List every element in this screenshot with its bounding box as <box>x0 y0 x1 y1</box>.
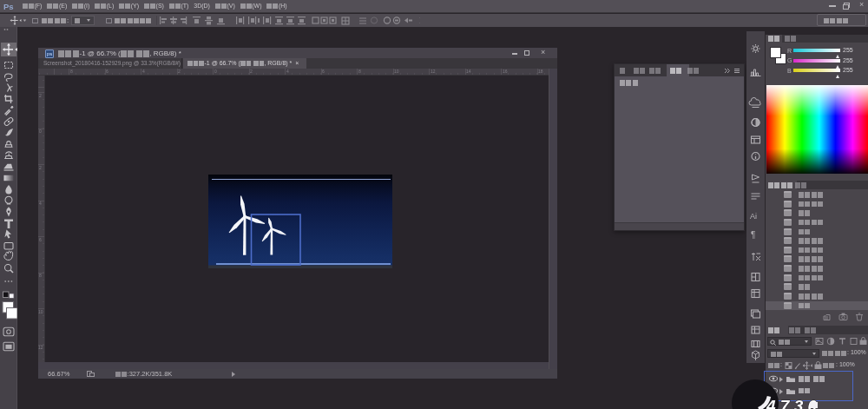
svg-text:Ai: Ai <box>750 212 757 221</box>
svg-text:¶: ¶ <box>751 230 755 240</box>
svg-text:4 7 3 0: 4 7 3 0 <box>766 397 818 409</box>
